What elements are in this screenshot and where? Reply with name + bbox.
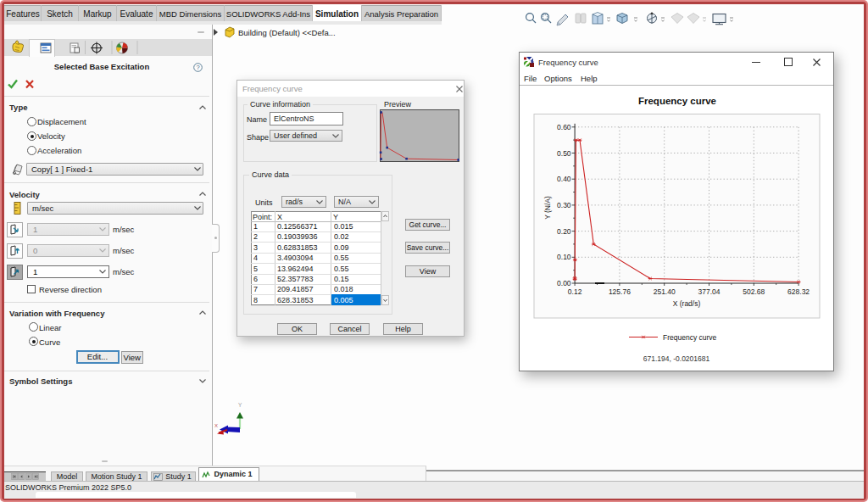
- svg-text:502.68: 502.68: [743, 287, 765, 296]
- svg-text:251.40: 251.40: [654, 287, 676, 296]
- svg-text:0.20: 0.20: [557, 227, 571, 236]
- svg-text:X: X: [214, 423, 218, 428]
- svg-text:0.60: 0.60: [557, 123, 571, 131]
- svg-text:0.00: 0.00: [557, 279, 571, 287]
- svg-text:Frequency curve: Frequency curve: [638, 96, 716, 106]
- svg-text:125.76: 125.76: [609, 287, 631, 296]
- svg-text:628.32: 628.32: [787, 287, 810, 296]
- svg-text:?: ?: [196, 64, 199, 71]
- svg-text:0.10: 0.10: [557, 253, 571, 261]
- svg-text:X (rad/s): X (rad/s): [673, 299, 701, 308]
- svg-text:0.50: 0.50: [557, 149, 571, 158]
- svg-text:671.194, -0.0201681: 671.194, -0.0201681: [643, 354, 710, 363]
- svg-text:Y: Y: [238, 402, 242, 408]
- svg-text:Frequency curve: Frequency curve: [663, 333, 717, 342]
- svg-text:0.40: 0.40: [557, 175, 571, 183]
- svg-text:0.12: 0.12: [568, 287, 582, 296]
- svg-text:377.04: 377.04: [698, 287, 721, 296]
- svg-text:0.30: 0.30: [557, 201, 571, 209]
- svg-text:Y (N/A): Y (N/A): [543, 196, 552, 220]
